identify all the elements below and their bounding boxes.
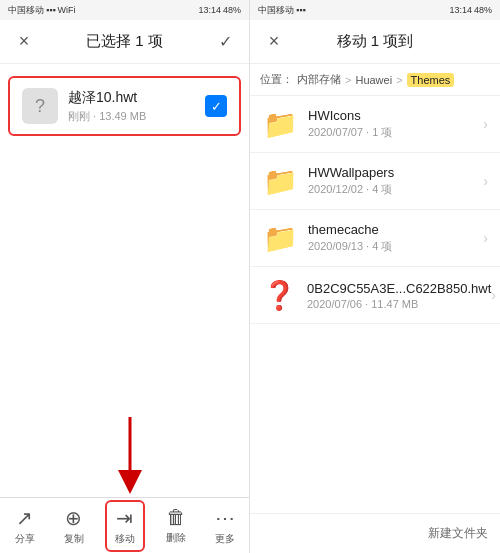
chevron-icon-hwicons: ›	[483, 116, 488, 132]
breadcrumb-path2[interactable]: Huawei	[355, 74, 392, 86]
breadcrumb-path3[interactable]: Themes	[407, 73, 455, 87]
file-item-info: 越泽10.hwt 刚刚 · 13.49 MB	[68, 89, 205, 124]
right-panel: 中国移动 ▪▪▪ 13:14 48% × 移动 1 项到 位置： 内部存储 > …	[250, 0, 500, 553]
new-folder-button[interactable]: 新建文件夹	[428, 525, 488, 542]
right-signal-icon: ▪▪▪	[296, 5, 306, 15]
delete-icon: 🗑	[166, 506, 186, 529]
breadcrumb-path1[interactable]: 内部存储	[297, 72, 341, 87]
folder-name-hwicons: HWIcons	[308, 108, 483, 123]
breadcrumb: 位置： 内部存储 > Huawei > Themes	[250, 64, 500, 96]
right-status-left: 中国移动 ▪▪▪	[258, 4, 306, 17]
file-item-name: 越泽10.hwt	[68, 89, 205, 107]
file-item-meta: 刚刚 · 13.49 MB	[68, 109, 205, 124]
left-check-icon[interactable]: ✓	[211, 28, 239, 56]
more-label: 更多	[215, 532, 235, 546]
delete-label: 删除	[166, 531, 186, 545]
copy-icon: ⊕	[65, 506, 82, 530]
folder-icon-hwwallpapers: 📁	[262, 163, 298, 199]
left-status-bar: 中国移动 ▪▪▪ WiFi 13:14 48%	[0, 0, 249, 20]
left-status-left: 中国移动 ▪▪▪ WiFi	[8, 4, 76, 17]
folder-meta-themecache: 2020/09/13 · 4 项	[308, 239, 483, 254]
left-battery: 48%	[223, 5, 241, 15]
file-item[interactable]: ? 越泽10.hwt 刚刚 · 13.49 MB ✓	[8, 76, 241, 136]
move-label: 移动	[115, 532, 135, 546]
right-status-bar: 中国移动 ▪▪▪ 13:14 48%	[250, 0, 500, 20]
folder-item-themecache[interactable]: 📁 themecache 2020/09/13 · 4 项 ›	[250, 210, 500, 267]
breadcrumb-sep1: >	[345, 74, 351, 86]
breadcrumb-sep2: >	[396, 74, 402, 86]
bottom-toolbar: ↗ 分享 ⊕ 复制 ⇥ 移动 🗑 删除 ⋯ 更多	[0, 497, 249, 553]
right-bottom-bar: 新建文件夹	[250, 513, 500, 553]
file-item-checkbox[interactable]: ✓	[205, 95, 227, 117]
share-icon: ↗	[16, 506, 33, 530]
right-carrier: 中国移动	[258, 4, 294, 17]
folder-item-hwt-file[interactable]: ❓ 0B2C9C55A3E...C622B850.hwt 2020/07/06 …	[250, 267, 500, 324]
right-status-right: 13:14 48%	[449, 5, 492, 15]
left-carrier: 中国移动	[8, 4, 44, 17]
left-time: 13:14	[198, 5, 221, 15]
breadcrumb-location-label: 位置：	[260, 72, 293, 87]
folder-list: 📁 HWIcons 2020/07/07 · 1 项 › 📁 HWWallpap…	[250, 96, 500, 513]
right-close-button[interactable]: ×	[260, 28, 288, 56]
folder-item-hwicons[interactable]: 📁 HWIcons 2020/07/07 · 1 项 ›	[250, 96, 500, 153]
more-button[interactable]: ⋯ 更多	[207, 502, 243, 550]
share-button[interactable]: ↗ 分享	[7, 502, 43, 550]
right-title: 移动 1 项到	[337, 32, 414, 51]
folder-info-themecache: themecache 2020/09/13 · 4 项	[308, 222, 483, 254]
folder-meta-hwwallpapers: 2020/12/02 · 4 项	[308, 182, 483, 197]
folder-info-hwt: 0B2C9C55A3E...C622B850.hwt 2020/07/06 · …	[307, 281, 491, 310]
chevron-icon-hwwallpapers: ›	[483, 173, 488, 189]
move-button[interactable]: ⇥ 移动	[105, 500, 145, 552]
chevron-icon-themecache: ›	[483, 230, 488, 246]
delete-button[interactable]: 🗑 删除	[158, 502, 194, 549]
copy-label: 复制	[64, 532, 84, 546]
folder-icon-hwicons: 📁	[262, 106, 298, 142]
share-label: 分享	[15, 532, 35, 546]
folder-item-hwwallpapers[interactable]: 📁 HWWallpapers 2020/12/02 · 4 项 ›	[250, 153, 500, 210]
left-top-bar: × 已选择 1 项 ✓	[0, 20, 249, 64]
right-top-bar: × 移动 1 项到	[250, 20, 500, 64]
more-icon: ⋯	[215, 506, 235, 530]
left-status-right: 13:14 48%	[198, 5, 241, 15]
move-icon: ⇥	[116, 506, 133, 530]
file-icon-hwt: ❓	[262, 277, 297, 313]
folder-name-hwt: 0B2C9C55A3E...C622B850.hwt	[307, 281, 491, 296]
left-close-button[interactable]: ×	[10, 28, 38, 56]
left-signal-icon: ▪▪▪	[46, 5, 56, 15]
left-panel: 中国移动 ▪▪▪ WiFi 13:14 48% × 已选择 1 项 ✓ ? 越泽…	[0, 0, 250, 553]
folder-meta-hwt: 2020/07/06 · 11.47 MB	[307, 298, 491, 310]
folder-name-hwwallpapers: HWWallpapers	[308, 165, 483, 180]
folder-meta-hwicons: 2020/07/07 · 1 项	[308, 125, 483, 140]
right-time: 13:14	[449, 5, 472, 15]
left-file-list: ? 越泽10.hwt 刚刚 · 13.49 MB ✓	[0, 64, 249, 497]
file-item-icon: ?	[22, 88, 58, 124]
left-wifi-icon: WiFi	[58, 5, 76, 15]
folder-info-hwwallpapers: HWWallpapers 2020/12/02 · 4 项	[308, 165, 483, 197]
copy-button[interactable]: ⊕ 复制	[56, 502, 92, 550]
right-battery: 48%	[474, 5, 492, 15]
folder-name-themecache: themecache	[308, 222, 483, 237]
chevron-icon-hwt: ›	[491, 287, 496, 303]
left-title: 已选择 1 项	[86, 32, 163, 51]
folder-info-hwicons: HWIcons 2020/07/07 · 1 项	[308, 108, 483, 140]
folder-icon-themecache: 📁	[262, 220, 298, 256]
